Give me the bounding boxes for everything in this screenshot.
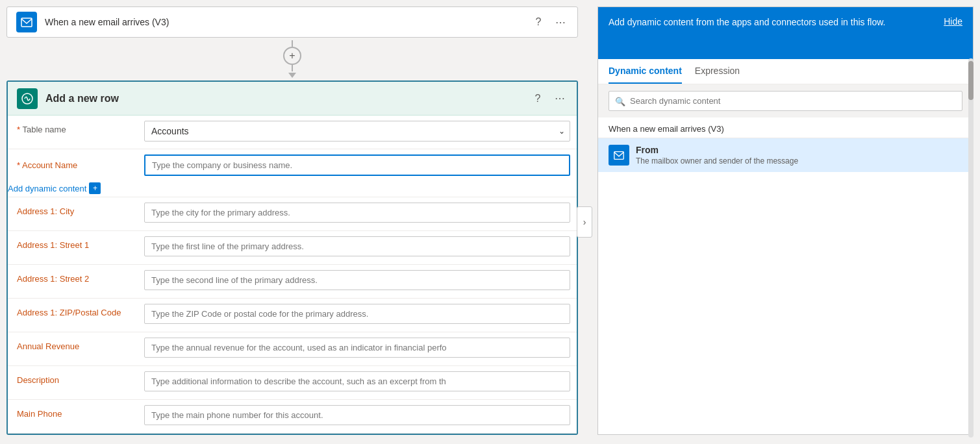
tab-dynamic-content[interactable]: Dynamic content — [609, 59, 682, 84]
tab-expression[interactable]: Expression — [695, 59, 740, 84]
main-phone-control — [144, 400, 577, 430]
action-more-button[interactable]: ⋯ — [552, 91, 568, 106]
address-city-control — [144, 197, 577, 228]
address-street2-row: Address 1: Street 2 — [8, 265, 577, 299]
trigger-title: When a new email arrives (V3) — [45, 17, 531, 27]
dynamic-panel-header: Add dynamic content from the apps and co… — [598, 7, 973, 59]
address-city-label: Address 1: City — [8, 197, 144, 225]
dynamic-section-label: When a new email arrives (V3) — [598, 117, 973, 138]
table-select-wrap: Accounts ⌄ — [144, 116, 577, 147]
address-zip-control — [144, 299, 577, 329]
svg-rect-0 — [21, 18, 32, 27]
annual-revenue-row: Annual Revenue — [8, 332, 577, 366]
search-inner: 🔍 — [609, 91, 962, 111]
dynamic-search-wrap: 🔍 — [598, 84, 973, 117]
address-street1-row: Address 1: Street 1 — [8, 231, 577, 265]
action-help-button[interactable]: ? — [530, 91, 546, 106]
annual-revenue-control — [144, 332, 577, 363]
address-street2-input[interactable] — [144, 270, 570, 290]
dynamic-content-panel: Add dynamic content from the apps and co… — [597, 6, 974, 435]
account-name-row: Account Name Add dynamic content + — [8, 149, 577, 197]
action-icon — [17, 88, 38, 109]
dynamic-item-from-title: From — [636, 145, 962, 155]
form-area: Table name Accounts ⌄ Account Name — [8, 116, 577, 434]
collapse-panel-button[interactable]: › — [577, 206, 592, 238]
annual-revenue-label: Annual Revenue — [8, 332, 144, 360]
description-control — [144, 366, 577, 397]
dynamic-item-from-icon — [609, 145, 629, 166]
address-street2-control — [144, 265, 577, 295]
plus-box-icon: + — [89, 182, 101, 194]
address-street1-input[interactable] — [144, 236, 570, 256]
main-phone-row: Main Phone — [8, 400, 577, 434]
table-name-row: Table name Accounts ⌄ — [8, 116, 577, 149]
action-title: Add a new row — [45, 93, 530, 105]
address-zip-input[interactable] — [144, 304, 570, 324]
dynamic-item-from-text: From The mailbox owner and sender of the… — [636, 145, 962, 166]
address-city-input[interactable] — [144, 203, 570, 223]
add-step-button[interactable]: + — [283, 47, 301, 65]
description-label: Description — [8, 366, 144, 394]
address-street1-control — [144, 231, 577, 262]
connector-line-top — [292, 40, 293, 47]
scrollbar-thumb — [968, 61, 974, 100]
account-name-control — [144, 149, 577, 181]
connector-line-bottom — [292, 65, 293, 71]
dynamic-panel-header-text: Add dynamic content from the apps and co… — [609, 16, 944, 29]
dynamic-content-row: Add dynamic content + — [8, 181, 107, 197]
annual-revenue-input[interactable] — [144, 338, 570, 358]
table-name-label: Table name — [8, 116, 144, 143]
address-city-row: Address 1: City — [8, 197, 577, 231]
trigger-card: When a new email arrives (V3) ? ⋯ — [6, 6, 578, 38]
hide-panel-button[interactable]: Hide — [944, 16, 962, 27]
main-phone-label: Main Phone — [8, 400, 144, 428]
scrollbar[interactable] — [968, 58, 974, 438]
address-zip-label: Address 1: ZIP/Postal Code — [8, 299, 144, 327]
address-zip-row: Address 1: ZIP/Postal Code — [8, 299, 577, 332]
dynamic-tabs: Dynamic content Expression — [598, 59, 973, 84]
action-actions: ? ⋯ — [530, 91, 568, 106]
chevron-left-icon: › — [583, 217, 586, 227]
address-street2-label: Address 1: Street 2 — [8, 265, 144, 293]
action-header: Add a new row ? ⋯ — [8, 82, 577, 116]
svg-rect-2 — [614, 152, 623, 160]
account-name-label: Account Name — [8, 151, 144, 179]
dynamic-search-input[interactable] — [609, 91, 962, 111]
description-row: Description — [8, 366, 577, 400]
address-street1-label: Address 1: Street 1 — [8, 231, 144, 259]
dynamic-item-from[interactable]: From The mailbox owner and sender of the… — [598, 138, 973, 172]
add-dynamic-content-button[interactable]: Add dynamic content + — [8, 182, 101, 194]
trigger-icon — [16, 12, 37, 32]
trigger-more-button[interactable]: ⋯ — [553, 14, 568, 30]
connector: + — [0, 38, 584, 80]
table-name-select[interactable]: Accounts — [144, 121, 570, 142]
add-dynamic-label: Add dynamic content — [8, 184, 86, 193]
right-panel: › Add dynamic content from the apps and … — [584, 0, 980, 444]
description-input[interactable] — [144, 371, 570, 391]
trigger-help-button[interactable]: ? — [531, 14, 546, 30]
dynamic-item-from-desc: The mailbox owner and sender of the mess… — [636, 156, 962, 166]
account-name-input[interactable] — [144, 154, 570, 176]
connector-arrow — [288, 73, 296, 78]
main-phone-input[interactable] — [144, 405, 570, 425]
search-icon: 🔍 — [615, 96, 625, 106]
action-card: Add a new row ? ⋯ Table name Accounts ⌄ — [6, 80, 578, 435]
left-panel: When a new email arrives (V3) ? ⋯ + Add … — [0, 0, 584, 444]
trigger-actions: ? ⋯ — [531, 14, 568, 30]
